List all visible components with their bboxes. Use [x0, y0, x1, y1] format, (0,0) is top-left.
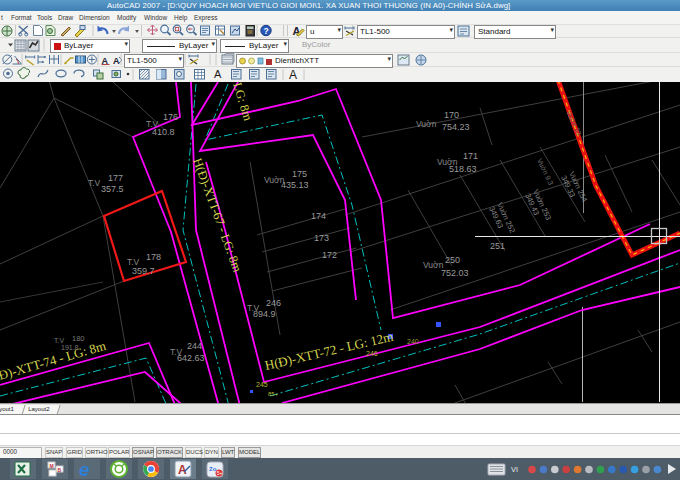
svg-text:245: 245: [256, 381, 268, 388]
svg-text:246: 246: [366, 350, 378, 357]
svg-text:A: A: [113, 56, 120, 66]
svg-text:754.23: 754.23: [442, 122, 470, 132]
svg-text:85+: 85+: [268, 391, 279, 397]
svg-text:?: ?: [263, 26, 268, 36]
svg-text:357.5: 357.5: [101, 184, 124, 194]
svg-text:Vuờn: Vuờn: [416, 119, 437, 129]
svg-text:177: 177: [108, 173, 123, 183]
svg-text:174: 174: [311, 211, 326, 221]
svg-text:171: 171: [463, 151, 478, 161]
svg-text:5+: 5+: [217, 470, 223, 476]
svg-text:175: 175: [292, 169, 307, 179]
svg-text:518.63: 518.63: [449, 164, 477, 174]
svg-text:642.63: 642.63: [177, 353, 205, 363]
svg-text:A: A: [214, 68, 222, 80]
svg-text:251: 251: [490, 241, 505, 251]
svg-text:180: 180: [72, 334, 85, 343]
svg-text:244: 244: [187, 341, 202, 351]
svg-text:894.9: 894.9: [253, 309, 276, 319]
svg-text:173: 173: [314, 233, 329, 243]
svg-text:250: 250: [445, 255, 460, 265]
svg-text:410.8: 410.8: [152, 127, 175, 137]
svg-text:M: M: [50, 463, 54, 469]
svg-text:172: 172: [322, 250, 337, 260]
svg-text:A: A: [289, 68, 297, 82]
svg-text:435.13: 435.13: [281, 180, 309, 190]
svg-text:T.V: T.V: [54, 337, 64, 344]
svg-text:Zo: Zo: [209, 466, 217, 472]
svg-text:T.V: T.V: [88, 178, 101, 188]
svg-text:246: 246: [266, 298, 281, 308]
svg-text:178: 178: [146, 252, 161, 262]
svg-text:170: 170: [444, 110, 459, 120]
svg-text:B: B: [58, 467, 62, 473]
svg-text:176: 176: [163, 112, 178, 122]
svg-text:359.7: 359.7: [132, 266, 155, 276]
svg-text:e: e: [79, 459, 90, 480]
svg-text:752.03: 752.03: [441, 268, 469, 278]
svg-text:240: 240: [407, 338, 419, 345]
svg-text:VI: VI: [511, 465, 518, 474]
